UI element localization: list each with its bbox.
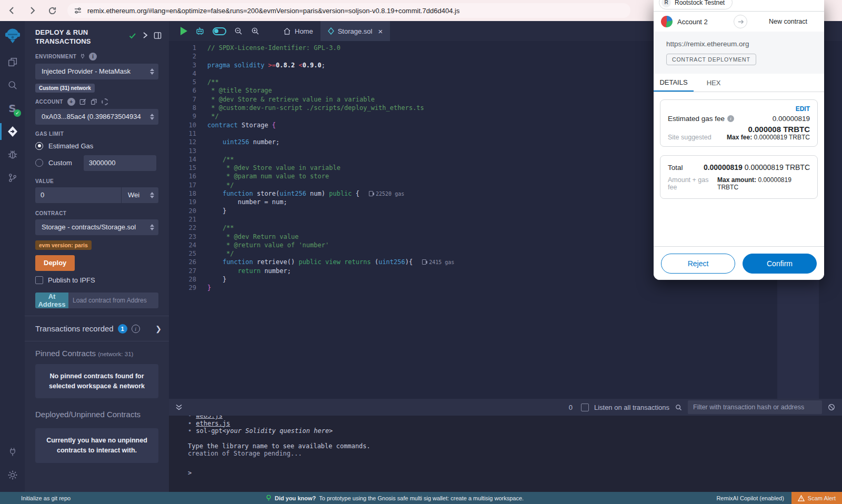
line-number: 19 bbox=[169, 198, 196, 206]
line-number: 26 bbox=[169, 258, 196, 266]
sidebar-item-search[interactable] bbox=[0, 74, 25, 97]
tab-storage-sol[interactable]: Storage.sol × bbox=[320, 21, 390, 41]
value-input[interactable] bbox=[35, 187, 121, 203]
copy-icon[interactable] bbox=[91, 98, 97, 105]
terminal-filter-input[interactable] bbox=[688, 400, 822, 414]
custom-gas-input[interactable] bbox=[84, 155, 156, 171]
run-script-icon[interactable] bbox=[181, 27, 187, 35]
listen-transactions-checkbox[interactable] bbox=[581, 404, 589, 411]
network-icon: R bbox=[661, 0, 671, 7]
line-number: 7 bbox=[169, 95, 196, 104]
select-arrows-icon bbox=[150, 192, 154, 198]
max-fee: Max fee: 0.00000819 TRBTC bbox=[727, 134, 810, 141]
terminal-link[interactable]: ethers.js bbox=[196, 420, 230, 428]
terminal-line: •web3.js bbox=[188, 416, 842, 420]
value-label: VALUE bbox=[35, 178, 158, 184]
sidebar-item-solidity-compiler[interactable]: S ✓ bbox=[0, 97, 25, 120]
line-number: 17 bbox=[169, 181, 196, 189]
line-number: 29 bbox=[169, 284, 196, 292]
back-icon[interactable] bbox=[4, 3, 20, 18]
environment-select[interactable]: Injected Provider - MetaMask bbox=[35, 64, 158, 79]
status-bar: Initialize as git repo Did you know? To … bbox=[0, 492, 842, 504]
custom-gas-radio[interactable] bbox=[35, 159, 43, 167]
check-icon bbox=[128, 32, 137, 40]
contract-label: CONTRACT bbox=[35, 210, 158, 216]
remix-logo[interactable] bbox=[0, 21, 25, 51]
sidebar-item-debugger[interactable] bbox=[0, 143, 25, 166]
detail-tabs: DETAILS HEX bbox=[654, 74, 824, 92]
network-pill[interactable]: R Rootstock Testnet bbox=[659, 0, 733, 9]
plug-icon[interactable] bbox=[79, 53, 86, 59]
at-address-button[interactable]: At Address bbox=[35, 293, 68, 308]
value-unit-select[interactable]: Wei bbox=[121, 187, 158, 203]
terminal-link[interactable]: web3.js bbox=[196, 416, 223, 420]
account-select[interactable]: 0xA03...85ac4 (0.398673504934 bbox=[35, 109, 158, 125]
close-tab-icon[interactable]: × bbox=[378, 27, 383, 36]
line-number: 16 bbox=[169, 172, 196, 180]
environment-label: ENVIRONMENT bbox=[35, 54, 76, 59]
reject-button[interactable]: Reject bbox=[661, 254, 735, 274]
terminal-prompt[interactable]: > bbox=[188, 469, 842, 477]
edit-gas-link[interactable]: EDIT bbox=[668, 105, 810, 113]
transactions-recorded-row[interactable]: Transactions recorded 1 i ❯ bbox=[25, 316, 169, 341]
line-number: 15 bbox=[169, 164, 196, 172]
at-address-input[interactable] bbox=[68, 293, 158, 308]
zoom-in-icon[interactable] bbox=[250, 26, 260, 36]
ai-copilot-robot-icon[interactable] bbox=[195, 26, 205, 36]
collapse-terminal-icon[interactable] bbox=[175, 404, 183, 411]
url-text: remix.ethereum.org/#lang=en&optimize=fal… bbox=[87, 7, 459, 15]
line-number: 20 bbox=[169, 207, 196, 215]
terminal[interactable]: •web3.js•ethers.js•sol-gpt <your Solidit… bbox=[169, 416, 842, 492]
clear-terminal-icon[interactable] bbox=[827, 403, 836, 411]
lightbulb-icon bbox=[266, 495, 272, 501]
tab-hex[interactable]: HEX bbox=[694, 74, 734, 92]
pin-panel-icon[interactable] bbox=[154, 32, 162, 39]
total-value: 0.00000819 0.00000819 TRBTC bbox=[704, 163, 810, 172]
terminal-line: •sol-gpt <your Solidity question here> bbox=[188, 427, 842, 435]
sidebar-item-file-explorer[interactable] bbox=[0, 51, 25, 74]
chevron-right-icon[interactable] bbox=[142, 32, 148, 39]
loading-spinner-icon bbox=[102, 98, 108, 105]
max-amount: Max amount: 0.00000819 TRBTC bbox=[717, 176, 810, 191]
sidebar-item-deploy-run[interactable] bbox=[0, 120, 25, 143]
copilot-toggle[interactable] bbox=[213, 27, 226, 35]
deploy-run-icon bbox=[6, 125, 19, 138]
terminal-line: Type the library name to see available c… bbox=[188, 442, 842, 450]
git-init-status[interactable]: Initialize as git repo bbox=[21, 495, 71, 501]
deploy-run-panel: DEPLOY & RUN TRANSACTIONS ENVIRONMENT i … bbox=[25, 21, 169, 492]
compile-success-badge: ✓ bbox=[14, 109, 21, 117]
zoom-out-icon[interactable] bbox=[234, 26, 243, 36]
estimated-gas-radio[interactable] bbox=[35, 142, 43, 150]
site-settings-icon[interactable] bbox=[74, 6, 82, 15]
tab-home[interactable]: Home bbox=[276, 21, 320, 41]
sidebar-item-plugin-manager[interactable] bbox=[0, 440, 25, 463]
publish-ipfs-checkbox[interactable] bbox=[35, 276, 43, 284]
publish-ipfs-label: Publish to IPFS bbox=[48, 276, 95, 284]
terminal-line: creation of Storage pending... bbox=[188, 450, 842, 458]
chevron-right-icon[interactable]: ❯ bbox=[155, 325, 162, 333]
confirm-button[interactable]: Confirm bbox=[743, 254, 817, 274]
copilot-status[interactable]: RemixAI Copilot (enabled) bbox=[716, 495, 784, 501]
add-account-icon[interactable]: + bbox=[67, 98, 75, 106]
site-suggested-label: Site suggested bbox=[668, 134, 711, 141]
info-icon[interactable]: i bbox=[132, 325, 140, 333]
line-number: 28 bbox=[169, 275, 196, 284]
info-icon[interactable]: i bbox=[727, 115, 734, 122]
line-number: 18 bbox=[169, 189, 196, 198]
select-arrows-icon bbox=[150, 224, 154, 230]
home-icon bbox=[283, 27, 291, 35]
scam-alert-button[interactable]: Scam Alert bbox=[791, 492, 842, 504]
tab-details[interactable]: DETAILS bbox=[654, 74, 694, 92]
contract-select[interactable]: Storage - contracts/Storage.sol bbox=[35, 219, 158, 235]
sidebar-item-git[interactable] bbox=[0, 166, 25, 189]
network-name: Rootstock Testnet bbox=[675, 0, 725, 6]
sign-message-icon[interactable] bbox=[79, 98, 86, 105]
environment-info-icon[interactable]: i bbox=[89, 53, 97, 61]
deploy-button[interactable]: Deploy bbox=[35, 255, 75, 271]
reload-icon[interactable] bbox=[44, 3, 60, 18]
address-bar[interactable]: remix.ethereum.org/#lang=en&optimize=fal… bbox=[67, 3, 630, 18]
pinned-contracts-title: Pinned Contracts (network: 31) bbox=[25, 341, 169, 358]
sidebar-item-settings[interactable] bbox=[0, 463, 25, 487]
forward-icon[interactable] bbox=[24, 3, 40, 18]
line-number: 2 bbox=[169, 52, 196, 61]
